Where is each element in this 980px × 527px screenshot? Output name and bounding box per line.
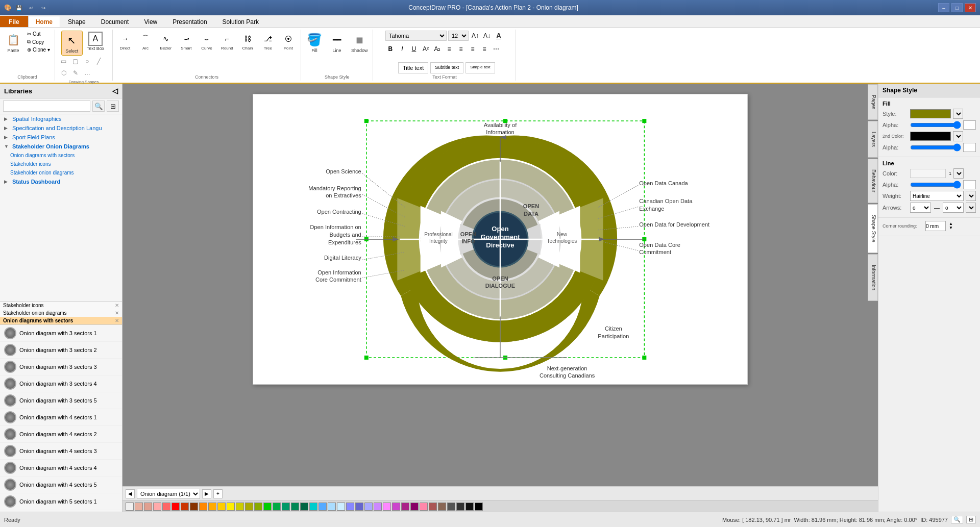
color-swatch[interactable] bbox=[337, 503, 345, 511]
curve-button[interactable]: ⌣ Curve bbox=[198, 31, 216, 52]
zoom-100-btn[interactable]: ⊞ bbox=[966, 516, 976, 523]
color-swatch[interactable] bbox=[172, 503, 180, 511]
fill-color-preview[interactable] bbox=[910, 109, 951, 118]
fill-2nd-select[interactable]: ▾ bbox=[953, 131, 963, 141]
bezier-button[interactable]: ∿ Bezier bbox=[157, 31, 175, 52]
undo-quick-btn[interactable]: ↩ bbox=[26, 3, 36, 12]
color-swatch[interactable] bbox=[383, 503, 391, 511]
round-button[interactable]: ⌐ Round bbox=[218, 31, 236, 52]
color-swatch[interactable] bbox=[273, 503, 281, 511]
tab-layers[interactable]: Layers bbox=[868, 121, 878, 158]
align-left-btn[interactable]: ≡ bbox=[444, 44, 454, 54]
ellipse-tool[interactable]: ○ bbox=[82, 56, 93, 67]
color-swatch[interactable] bbox=[429, 503, 437, 511]
text-box-button[interactable]: A Text Box bbox=[85, 31, 107, 53]
color-swatch[interactable] bbox=[456, 503, 464, 511]
more-shapes[interactable]: … bbox=[82, 67, 93, 79]
corner-down-btn[interactable]: ▼ bbox=[949, 226, 953, 230]
color-swatch[interactable] bbox=[328, 503, 336, 511]
tab-information[interactable]: Information bbox=[868, 254, 878, 301]
search-button[interactable]: 🔍 bbox=[92, 101, 105, 112]
underline-btn[interactable]: U bbox=[409, 44, 419, 54]
color-swatch[interactable] bbox=[465, 503, 474, 511]
color-swatch[interactable] bbox=[190, 503, 198, 511]
tree-specification[interactable]: ▶ Specification and Description Langu bbox=[0, 123, 122, 133]
point-button[interactable]: ⦿ Point bbox=[279, 31, 298, 52]
tab-shape-style[interactable]: Shape Style bbox=[868, 204, 878, 253]
color-swatch[interactable] bbox=[346, 503, 354, 511]
fill-alpha-slider[interactable] bbox=[910, 123, 961, 127]
list-item[interactable]: Onion diagram with 3 sectors 4 bbox=[0, 375, 122, 392]
drawing-canvas[interactable]: OPEN DATA OPEN INFO OPEN DIALOGUE Open G… bbox=[253, 94, 748, 385]
color-swatch[interactable] bbox=[254, 503, 262, 511]
arrows-start-select[interactable]: o bbox=[910, 203, 931, 213]
color-swatch[interactable] bbox=[438, 503, 446, 511]
line-alpha-slider[interactable] bbox=[910, 183, 961, 187]
shadow-button[interactable]: ◼ Shadow bbox=[349, 31, 370, 55]
zoom-fit-btn[interactable]: 🔍 bbox=[951, 516, 963, 523]
color-swatch[interactable] bbox=[245, 503, 253, 511]
color-swatch[interactable] bbox=[227, 503, 235, 511]
list-item[interactable]: Onion diagram with 4 sectors 2 bbox=[0, 426, 122, 443]
tab-home[interactable]: Home bbox=[28, 16, 60, 27]
color-swatch[interactable] bbox=[355, 503, 363, 511]
align-right-btn[interactable]: ≡ bbox=[468, 44, 478, 54]
tab-solution-park[interactable]: Solution Park bbox=[215, 16, 266, 27]
list-item[interactable]: Onion diagram with 3 sectors 5 bbox=[0, 392, 122, 409]
tab-presentation[interactable]: Presentation bbox=[165, 16, 214, 27]
simple-text-btn[interactable]: Simple text bbox=[465, 62, 495, 73]
rect-tool[interactable]: ▭ bbox=[58, 56, 69, 67]
add-page-btn[interactable]: + bbox=[213, 489, 223, 498]
fill-2nd-alpha-value[interactable] bbox=[963, 143, 976, 152]
smart-button[interactable]: ⤻ Smart bbox=[177, 31, 195, 52]
cat-close-btn[interactable]: ✕ bbox=[115, 318, 119, 323]
sidebar-collapse-btn[interactable]: ◁ bbox=[112, 87, 118, 95]
grid-view-button[interactable]: ⊞ bbox=[107, 101, 119, 112]
color-swatch[interactable] bbox=[135, 503, 143, 511]
color-swatch[interactable] bbox=[447, 503, 455, 511]
color-swatch[interactable] bbox=[217, 503, 226, 511]
tab-pages[interactable]: Pages bbox=[868, 84, 878, 120]
color-swatch[interactable] bbox=[208, 503, 216, 511]
list-item[interactable]: Onion diagram with 4 sectors 1 bbox=[0, 409, 122, 426]
prev-page-btn[interactable]: ◀ bbox=[126, 489, 135, 498]
fill-button[interactable]: 🪣 Fill bbox=[304, 31, 325, 55]
color-swatch[interactable] bbox=[144, 503, 152, 511]
list-item[interactable]: Onion diagram with 3 sectors 1 bbox=[0, 325, 122, 342]
italic-btn[interactable]: I bbox=[397, 44, 407, 54]
rounded-rect-tool[interactable]: ▢ bbox=[70, 56, 81, 67]
line-alpha-value[interactable] bbox=[963, 180, 976, 189]
font-size-select[interactable]: 12 bbox=[448, 31, 469, 41]
chain-button[interactable]: ⛓ Chain bbox=[238, 31, 257, 52]
color-swatch[interactable] bbox=[309, 503, 317, 511]
font-larger-btn[interactable]: A↑ bbox=[470, 31, 480, 41]
color-swatch[interactable] bbox=[420, 503, 428, 511]
canvas-scroll[interactable]: OPEN DATA OPEN INFO OPEN DIALOGUE Open G… bbox=[122, 84, 878, 486]
text-more-btn[interactable]: ⋯ bbox=[491, 44, 501, 54]
color-swatch[interactable] bbox=[401, 503, 409, 511]
color-swatch[interactable] bbox=[291, 503, 299, 511]
color-swatch[interactable] bbox=[162, 503, 170, 511]
tree-stakeholder-onion[interactable]: ▼ Stakeholder Onion Diagrams bbox=[0, 142, 122, 151]
tab-shape[interactable]: Shape bbox=[60, 16, 93, 27]
color-swatch[interactable] bbox=[282, 503, 290, 511]
save-quick-btn[interactable]: 💾 bbox=[14, 3, 24, 12]
color-swatch[interactable] bbox=[126, 503, 134, 511]
corner-value-input[interactable] bbox=[925, 221, 946, 231]
bold-btn[interactable]: B bbox=[385, 44, 396, 54]
font-select[interactable]: Tahoma bbox=[385, 31, 447, 41]
font-smaller-btn[interactable]: A↓ bbox=[482, 31, 492, 41]
weight-select[interactable]: Hairline bbox=[910, 191, 964, 201]
tree-status-dashboard[interactable]: ▶ Status Dashboard bbox=[0, 177, 122, 186]
freehand-tool[interactable]: ✎ bbox=[70, 67, 81, 79]
poly-tool[interactable]: ⬡ bbox=[58, 67, 69, 79]
arc-button[interactable]: ⌒ Arc bbox=[136, 31, 155, 52]
fill-2nd-color-preview[interactable] bbox=[910, 132, 951, 141]
line-tool[interactable]: ╱ bbox=[93, 56, 105, 67]
tab-view[interactable]: View bbox=[136, 16, 165, 27]
color-swatch[interactable] bbox=[410, 503, 419, 511]
minimize-button[interactable]: – bbox=[938, 3, 949, 12]
tree-spatial-infographics[interactable]: ▶ Spatial Infographics bbox=[0, 114, 122, 123]
tab-document[interactable]: Document bbox=[93, 16, 137, 27]
close-button[interactable]: ✕ bbox=[965, 3, 976, 12]
